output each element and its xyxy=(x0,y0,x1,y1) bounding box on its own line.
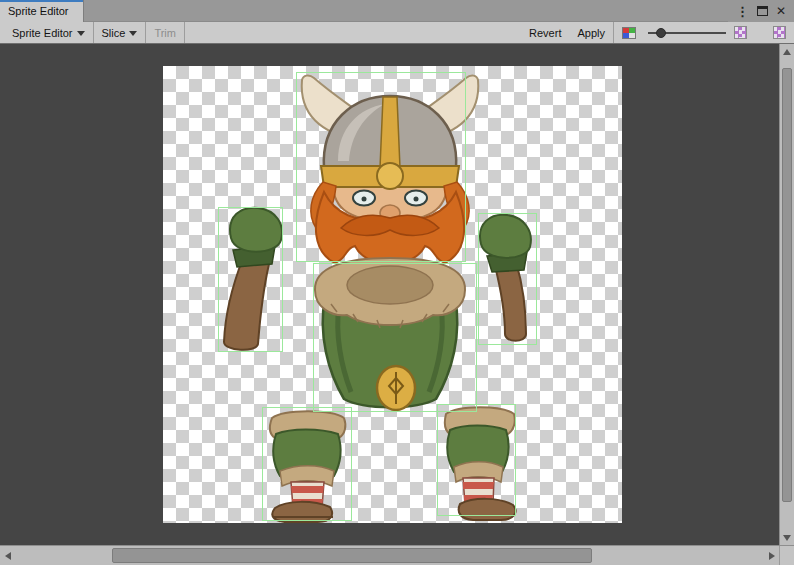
sprite-editor-mode-label: Sprite Editor xyxy=(12,27,73,39)
scroll-right-button[interactable] xyxy=(764,546,779,565)
toolbar-separator xyxy=(184,22,185,43)
chevron-down-icon xyxy=(129,31,137,36)
revert-button[interactable]: Revert xyxy=(521,22,569,43)
window-menu-icon[interactable]: ⋮ xyxy=(736,5,749,18)
slice-rect-left-arm[interactable] xyxy=(218,207,283,352)
up-arrow-icon xyxy=(783,49,791,55)
vertical-scrollbar-thumb[interactable] xyxy=(782,68,792,501)
sprite-editor-window: Sprite Editor ⋮ ✕ Sprite Editor Slice Tr… xyxy=(0,0,794,565)
down-arrow-icon xyxy=(783,535,791,541)
tab-sprite-editor[interactable]: Sprite Editor xyxy=(0,0,84,22)
scroll-left-button[interactable] xyxy=(0,546,15,565)
horizontal-scrollbar-thumb[interactable] xyxy=(112,548,591,563)
window-maximize-icon[interactable] xyxy=(757,6,768,16)
window-tab-bar: Sprite Editor ⋮ ✕ xyxy=(0,0,794,22)
mip-level-slider[interactable] xyxy=(648,26,726,40)
trim-button[interactable]: Trim xyxy=(146,22,184,43)
horizontal-scrollbar[interactable] xyxy=(0,546,779,565)
slice-dropdown[interactable]: Slice xyxy=(94,22,146,43)
chevron-down-icon xyxy=(77,31,85,36)
vertical-scrollbar-track[interactable] xyxy=(780,59,794,530)
vertical-scrollbar[interactable] xyxy=(779,44,794,545)
filter-mode-icon[interactable] xyxy=(773,26,786,39)
horizontal-scrollbar-track[interactable] xyxy=(15,546,764,565)
scrollbar-corner xyxy=(779,546,794,565)
slice-rect-head[interactable] xyxy=(296,72,466,262)
sprite-editor-toolbar: Sprite Editor Slice Trim Revert Apply xyxy=(0,22,794,44)
slice-rect-right-leg[interactable] xyxy=(437,404,516,516)
slice-rect-left-leg[interactable] xyxy=(262,407,352,521)
slice-dropdown-label: Slice xyxy=(102,27,126,39)
window-close-icon[interactable]: ✕ xyxy=(776,5,786,17)
toolbar-separator xyxy=(613,22,614,43)
scroll-up-button[interactable] xyxy=(780,44,794,59)
scroll-down-button[interactable] xyxy=(780,530,794,545)
color-channels-icon[interactable] xyxy=(622,27,636,39)
slice-rect-torso[interactable] xyxy=(313,263,477,412)
tab-title: Sprite Editor xyxy=(8,5,69,17)
mip-slider-knob[interactable] xyxy=(656,28,666,38)
sprite-editor-mode-dropdown[interactable]: Sprite Editor xyxy=(4,22,93,43)
left-arrow-icon xyxy=(5,552,11,560)
slice-rect-right-arm[interactable] xyxy=(478,213,537,345)
mipmap-icon xyxy=(734,26,747,39)
apply-button[interactable]: Apply xyxy=(569,22,613,43)
texture-checkerboard xyxy=(163,66,622,523)
right-arrow-icon xyxy=(769,552,775,560)
slice-rects-layer xyxy=(163,66,622,523)
tab-bar-spacer xyxy=(84,0,728,22)
sprite-editor-canvas[interactable] xyxy=(0,44,779,545)
